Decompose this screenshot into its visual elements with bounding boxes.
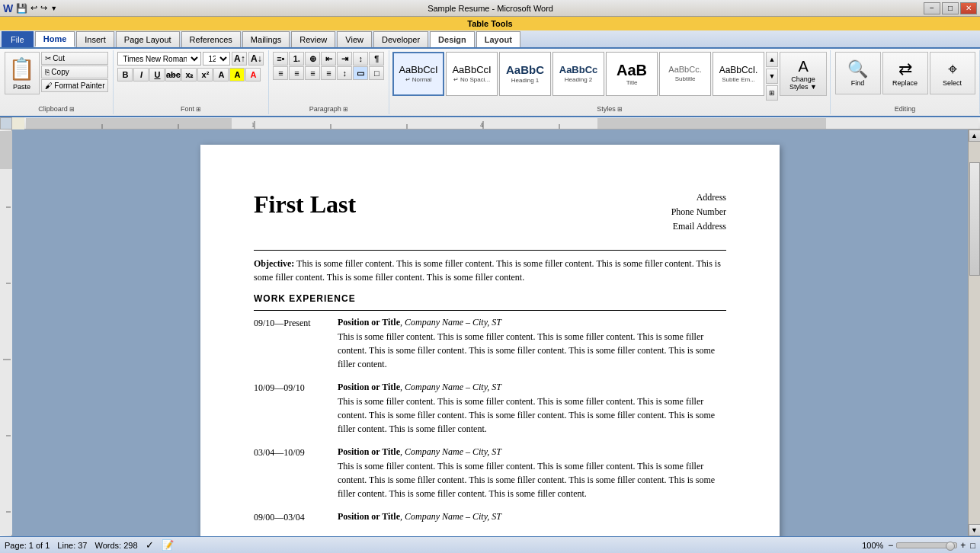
zoom-out-icon[interactable]: − xyxy=(888,540,893,551)
work-entry-2: 10/09—09/10 Position or Title, Company N… xyxy=(254,382,726,436)
tab-file[interactable]: File xyxy=(2,31,34,47)
tab-view[interactable]: View xyxy=(337,31,372,47)
borders-button[interactable]: □ xyxy=(369,66,384,80)
increase-indent-button[interactable]: ⇥ xyxy=(337,52,352,66)
tab-page-layout[interactable]: Page Layout xyxy=(116,31,180,47)
scroll-up-button[interactable]: ▲ xyxy=(969,129,981,142)
work-company-2: , Company Name – City, ST xyxy=(400,382,501,392)
sort-button[interactable]: ↕ xyxy=(353,52,368,66)
page-info: Page: 1 of 1 xyxy=(5,541,50,550)
tab-developer[interactable]: Developer xyxy=(373,31,428,47)
change-styles-button[interactable]: A ChangeStyles ▼ xyxy=(780,52,827,96)
format-painter-button[interactable]: 🖌 Format Painter xyxy=(41,79,109,92)
svg-text:4: 4 xyxy=(480,122,483,129)
line-spacing-button[interactable]: ↕ xyxy=(337,66,352,80)
tab-design[interactable]: Design xyxy=(430,31,475,47)
track-changes-icon[interactable]: 📝 xyxy=(162,539,174,551)
align-right-button[interactable]: ≡ xyxy=(305,66,320,80)
highlight-button[interactable]: A xyxy=(229,68,245,82)
style-heading2[interactable]: AaBbCc Heading 2 xyxy=(552,52,604,96)
numbering-button[interactable]: 1. xyxy=(289,52,304,66)
quick-redo[interactable]: ↪ xyxy=(40,3,47,13)
document[interactable]: First Last Address Phone Number Email Ad… xyxy=(200,145,780,536)
font-family-select[interactable]: Times New Roman Arial Calibri xyxy=(117,52,201,66)
work-desc-1: This is some filler content. This is som… xyxy=(338,330,726,371)
font-expand-icon[interactable]: ⊞ xyxy=(196,106,201,113)
subscript-button[interactable]: x₂ xyxy=(181,68,197,82)
zoom-thumb[interactable] xyxy=(946,542,955,551)
style-no-spacing[interactable]: AaBbCcI ↵ No Spaci... xyxy=(446,52,498,96)
close-button[interactable]: ✕ xyxy=(960,2,977,14)
styles-expand-icon[interactable]: ⊞ xyxy=(617,106,623,113)
justify-button[interactable]: ≡ xyxy=(321,66,336,80)
paste-icon: 📋 xyxy=(8,56,35,82)
styles-more[interactable]: ⊞ xyxy=(766,85,778,101)
font-color-button[interactable]: A xyxy=(245,68,261,82)
tab-references[interactable]: References xyxy=(181,31,241,47)
words-info[interactable]: Words: 298 xyxy=(94,541,137,550)
show-para-button[interactable]: ¶ xyxy=(369,52,384,66)
underline-button[interactable]: U xyxy=(149,68,165,82)
replace-button[interactable]: ⇄ Replace xyxy=(882,52,928,94)
work-experience-section: + WORK EXPERIENCE 09/10—Present Position… xyxy=(254,293,726,523)
strikethrough-button[interactable]: abc xyxy=(165,68,181,82)
zoom-control: − + xyxy=(888,540,966,551)
font-size-select[interactable]: 12 10 14 16 xyxy=(203,52,230,66)
cut-button[interactable]: ✂ Cut xyxy=(41,52,109,65)
change-styles-label: ChangeStyles ▼ xyxy=(789,75,817,91)
scroll-thumb[interactable] xyxy=(969,162,980,276)
svg-rect-13 xyxy=(0,131,12,169)
find-button[interactable]: 🔍 Find xyxy=(835,52,881,94)
zoom-percent: 100% xyxy=(862,541,883,550)
style-normal-label: ↵ Normal xyxy=(405,76,432,83)
style-heading2-label: Heading 2 xyxy=(565,76,592,83)
paste-button[interactable]: 📋 Paste xyxy=(5,52,40,94)
bullets-button[interactable]: ≡• xyxy=(273,52,288,66)
change-styles-icon: A xyxy=(798,58,808,75)
shading-button[interactable]: ▭ xyxy=(353,66,368,80)
styles-scroll-down[interactable]: ▼ xyxy=(766,69,778,84)
bold-button[interactable]: B xyxy=(117,68,133,82)
superscript-button[interactable]: x² xyxy=(197,68,213,82)
style-normal[interactable]: AaBbCcI ↵ Normal xyxy=(392,52,444,96)
document-area[interactable]: First Last Address Phone Number Email Ad… xyxy=(12,129,968,536)
ribbon-tabs: File Home Insert Page Layout References … xyxy=(0,30,980,49)
spelling-icon[interactable]: ✓ xyxy=(146,539,154,551)
editing-group: 🔍 Find ⇄ Replace ⌖ Select Editing xyxy=(831,50,980,114)
style-heading1[interactable]: AaBbC Heading 1 xyxy=(499,52,551,96)
styles-scroll-up[interactable]: ▲ xyxy=(766,52,778,67)
paragraph-expand-icon[interactable]: ⊞ xyxy=(343,106,348,113)
text-effects-button[interactable]: A xyxy=(213,68,229,82)
copy-button[interactable]: ⎘ Copy xyxy=(41,66,109,78)
italic-button[interactable]: I xyxy=(133,68,149,82)
view-mode-icon[interactable]: □ xyxy=(970,541,975,550)
select-button[interactable]: ⌖ Select xyxy=(930,52,975,94)
scroll-down-button[interactable]: ▼ xyxy=(969,524,981,536)
font-shrink-button[interactable]: A↓ xyxy=(248,52,264,66)
quick-save[interactable]: 💾 xyxy=(16,3,27,14)
style-title-preview: AaB xyxy=(617,62,647,78)
clipboard-expand-icon[interactable]: ⊞ xyxy=(69,106,75,113)
style-subtitle[interactable]: AaBbCc. Subtitle xyxy=(659,52,711,96)
multilevel-button[interactable]: ⊕ xyxy=(305,52,320,66)
work-company-4: , Company Name – City, ST xyxy=(400,511,501,522)
tab-layout[interactable]: Layout xyxy=(476,31,520,47)
font-grow-button[interactable]: A↑ xyxy=(232,52,247,66)
tab-review[interactable]: Review xyxy=(291,31,335,47)
quick-undo[interactable]: ↩ xyxy=(30,3,37,13)
align-left-button[interactable]: ≡ xyxy=(273,66,288,80)
decrease-indent-button[interactable]: ⇤ xyxy=(321,52,336,66)
align-center-button[interactable]: ≡ xyxy=(289,66,304,80)
tab-insert[interactable]: Insert xyxy=(76,31,114,47)
scroll-track[interactable] xyxy=(969,143,980,523)
style-subtle-emphasis[interactable]: AaBbCcI. Subtle Em... xyxy=(713,52,764,96)
quick-dropdown[interactable]: ▼ xyxy=(50,5,57,12)
zoom-in-icon[interactable]: + xyxy=(960,540,966,551)
zoom-slider[interactable] xyxy=(896,542,957,548)
minimize-button[interactable]: − xyxy=(924,2,940,14)
tab-mailings[interactable]: Mailings xyxy=(242,31,290,47)
style-heading1-preview: AaBbC xyxy=(506,64,544,75)
maximize-button[interactable]: □ xyxy=(942,2,959,14)
tab-home[interactable]: Home xyxy=(35,31,75,47)
style-title[interactable]: AaB Title xyxy=(606,52,658,96)
